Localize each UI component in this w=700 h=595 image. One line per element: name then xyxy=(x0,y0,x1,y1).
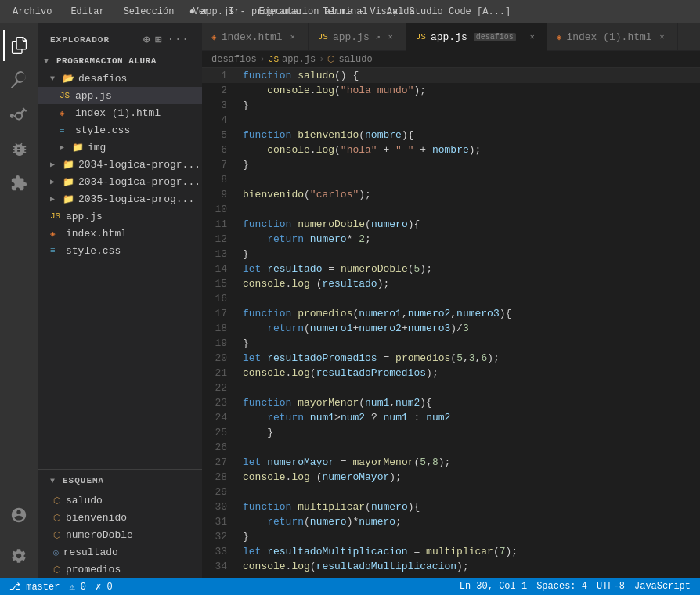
line-content: } xyxy=(240,98,700,113)
schema-item-resultado[interactable]: ◎ resultado xyxy=(38,543,202,561)
sidebar-header-icons[interactable]: ⊕ ⊞ ··· xyxy=(143,33,189,46)
language-mode[interactable]: JavaScript xyxy=(634,581,691,592)
breadcrumb-desafios[interactable]: desafios xyxy=(211,54,257,65)
code-line: 10 xyxy=(202,202,700,217)
tab-appjs-desafios[interactable]: JS app.js desafios ✕ xyxy=(406,23,547,51)
line-content: console.log("hola mundo"); xyxy=(240,83,700,98)
line-number: 23 xyxy=(202,395,240,410)
sidebar-item-stylecss[interactable]: ≡ style.css xyxy=(38,121,202,139)
sidebar-item-indexhtml2[interactable]: ◈ index.html xyxy=(38,225,202,242)
code-editor[interactable]: 1 function saludo() { 2 console.log("hol… xyxy=(202,68,700,578)
sidebar-item-stylecss2[interactable]: ≡ style.css xyxy=(38,242,202,259)
main-content: ◈ index.html ✕ JS app.js ↗ ✕ JS app.js d… xyxy=(202,23,700,578)
tab-close-icon[interactable]: ✕ xyxy=(385,31,396,43)
function-icon: ⬡ xyxy=(53,530,61,540)
explorer-icon[interactable] xyxy=(3,30,34,61)
sidebar-item-indexhtml[interactable]: ◈ index (1).html xyxy=(38,104,202,121)
chevron-down-icon: ▼ xyxy=(44,57,53,66)
sidebar-item-folder2[interactable]: ▶ 📁 2034-logica-progr... xyxy=(38,173,202,190)
menu-archivo[interactable]: Archivo xyxy=(9,5,55,19)
line-content: let resultado = numeroDoble(5); xyxy=(240,261,700,276)
html-icon: ◈ xyxy=(211,32,217,42)
code-line: 5 function bienvenido(nombre){ xyxy=(202,128,700,142)
error-count[interactable]: ⚠ 0 xyxy=(69,581,86,593)
line-content: return(numero)*numero; xyxy=(240,514,700,529)
tab-slash-icon: ↗ xyxy=(376,32,381,41)
account-icon[interactable] xyxy=(3,499,34,531)
line-number: 29 xyxy=(202,485,240,499)
more-options-icon[interactable]: ··· xyxy=(168,33,189,46)
chevron-right-icon: ▶ xyxy=(60,142,69,152)
sidebar-item-project[interactable]: ▼ PROGRAMACION ALURA xyxy=(38,52,202,70)
extensions-icon[interactable] xyxy=(3,168,34,199)
schema-label: promedios xyxy=(66,564,121,575)
js-icon: JS xyxy=(269,55,279,64)
breadcrumb-sep1: › xyxy=(260,54,265,65)
css-file-icon: ≡ xyxy=(50,246,63,255)
tab-close-icon[interactable]: ✕ xyxy=(527,31,538,43)
sidebar-item-desafios[interactable]: ▼ 📂 desafios xyxy=(38,70,202,87)
sidebar-item-appjs[interactable]: JS app.js xyxy=(38,87,202,104)
func-icon: ⬡ xyxy=(327,54,335,64)
spaces[interactable]: Spaces: 4 xyxy=(536,581,587,592)
schema-item-promedios[interactable]: ⬡ promedios xyxy=(38,561,202,578)
encoding[interactable]: UTF-8 xyxy=(597,581,625,592)
line-number: 21 xyxy=(202,366,240,380)
menu-editar[interactable]: Editar xyxy=(67,5,107,19)
line-content: function numeroDoble(numero){ xyxy=(240,217,700,232)
tab-label: app.js xyxy=(431,31,467,43)
git-icon[interactable] xyxy=(3,99,34,130)
file-label: app.js xyxy=(66,211,103,222)
code-line: 22 xyxy=(202,380,700,395)
tab-close-icon[interactable]: ✕ xyxy=(287,31,298,43)
line-content: console.log(resultadoPromedios); xyxy=(240,366,700,380)
line-content: console.log("hola" + " " + nombre); xyxy=(240,142,700,157)
code-line: 27 let numeroMayor = mayorMenor(5,8); xyxy=(202,455,700,470)
breadcrumb-appjs[interactable]: app.js xyxy=(282,54,316,65)
new-folder-icon[interactable]: ⊞ xyxy=(155,33,162,46)
line-content: return num1>num2 ? num1 : num2 xyxy=(240,410,700,425)
debug-icon[interactable] xyxy=(3,133,34,164)
menu-seleccion[interactable]: Selección xyxy=(121,5,178,19)
folder-label: desafios xyxy=(78,73,127,85)
schema-label: resultado xyxy=(63,546,118,558)
line-number: 12 xyxy=(202,232,240,247)
line-content xyxy=(240,291,700,306)
schema-item-bienvenido[interactable]: ⬡ bienvenido xyxy=(38,509,202,526)
search-icon[interactable] xyxy=(3,64,34,96)
settings-icon[interactable] xyxy=(3,540,34,572)
breadcrumb: desafios › JS app.js › ⬡ saludo xyxy=(202,51,700,68)
new-file-icon[interactable]: ⊕ xyxy=(143,33,150,46)
sidebar-item-folder1[interactable]: ▶ 📁 2034-logica-progr... xyxy=(38,156,202,173)
line-number: 34 xyxy=(202,559,240,574)
line-number: 18 xyxy=(202,321,240,336)
chevron-down-icon: ▼ xyxy=(50,74,60,83)
sidebar-item-appjs2[interactable]: JS app.js xyxy=(38,207,202,225)
cursor-position[interactable]: Ln 30, Col 1 xyxy=(460,581,527,592)
schema-item-numerodoble[interactable]: ⬡ numeroDoble xyxy=(38,526,202,543)
schema-item-saludo[interactable]: ⬡ saludo xyxy=(38,492,202,509)
line-content: bienvenido("carlos"); xyxy=(240,187,700,202)
line-number: 16 xyxy=(202,291,240,306)
tab-appjs-modified[interactable]: JS app.js ↗ ✕ xyxy=(309,23,406,50)
sidebar-item-folder3[interactable]: ▶ 📁 2035-logica-prog... xyxy=(38,190,202,207)
code-line: 19 } xyxy=(202,336,700,351)
title-bar: Archivo Editar Selección Ver Ir Ejecutar… xyxy=(0,0,700,23)
tabs-bar: ◈ index.html ✕ JS app.js ↗ ✕ JS app.js d… xyxy=(202,23,700,51)
tab-indexhtml[interactable]: ◈ index.html ✕ xyxy=(202,23,309,50)
code-line: 15 console.log (resultado); xyxy=(202,276,700,291)
line-content: } xyxy=(240,247,700,261)
line-number: 27 xyxy=(202,455,240,470)
chevron-right-icon: ▶ xyxy=(50,194,60,204)
code-line: 33 let resultadoMultiplicacion = multipl… xyxy=(202,544,700,559)
schema-header[interactable]: ▼ ESQUEMA xyxy=(38,470,202,492)
status-right: Ln 30, Col 1 Spaces: 4 UTF-8 JavaScript xyxy=(460,581,691,592)
tab-index1html[interactable]: ◈ index (1).html ✕ xyxy=(547,23,678,50)
chevron-right-icon: ▶ xyxy=(50,160,60,169)
js-icon: JS xyxy=(318,32,328,41)
tab-close-icon[interactable]: ✕ xyxy=(657,31,668,43)
breadcrumb-saludo[interactable]: saludo xyxy=(338,54,372,65)
git-branch[interactable]: ⎇ master xyxy=(9,581,60,593)
sidebar-item-img[interactable]: ▶ 📁 img xyxy=(38,139,202,156)
warning-count[interactable]: ✗ 0 xyxy=(96,581,113,593)
